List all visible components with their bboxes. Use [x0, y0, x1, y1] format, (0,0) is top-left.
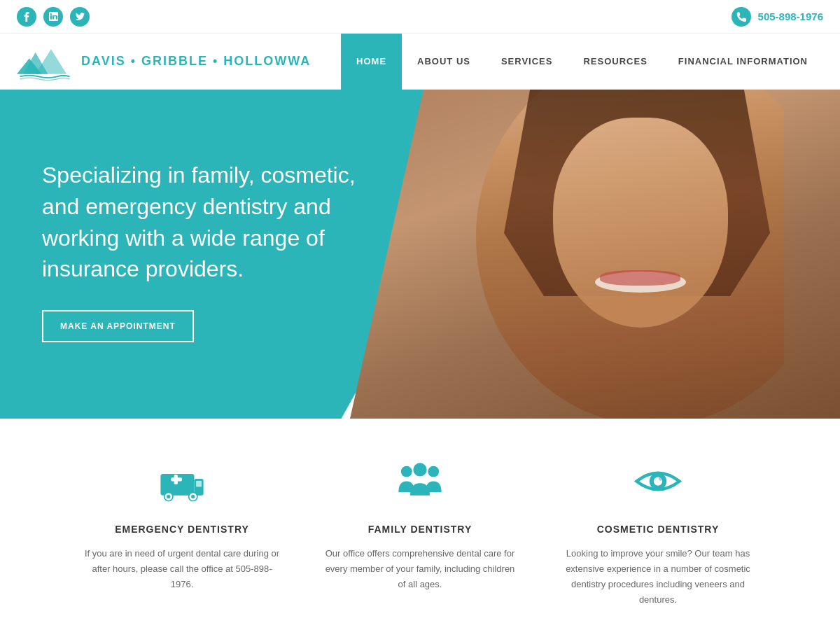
svg-point-13 — [428, 466, 439, 477]
svg-point-17 — [659, 477, 662, 480]
cosmetic-dentistry-card: COSMETIC DENTISTRY Looking to improve yo… — [539, 461, 777, 608]
family-dentistry-card: FAMILY DENTISTRY Our office offers compr… — [301, 461, 539, 608]
services-section: EMERGENCY DENTISTRY If you are in need o… — [0, 419, 840, 630]
svg-point-12 — [401, 466, 412, 477]
svg-rect-10 — [174, 475, 178, 484]
emergency-dentistry-card: EMERGENCY DENTISTRY If you are in need o… — [63, 461, 301, 608]
phone-icon — [732, 7, 751, 27]
hero-tagline: Specializing in family, cosmetic, and em… — [42, 160, 378, 285]
phone-number: 505-898-1976 — [758, 10, 823, 22]
cosmetic-icon — [560, 461, 756, 510]
nav-services[interactable]: SERVICES — [486, 34, 568, 90]
appointment-button[interactable]: MAKE AN APPOINTMENT — [42, 310, 194, 342]
family-icon — [322, 461, 518, 510]
twitter-icon[interactable] — [70, 7, 90, 27]
nav-links: HOME ABOUT US SERVICES RESOURCES FINANCI… — [341, 34, 823, 89]
facebook-icon[interactable] — [17, 7, 36, 27]
nav-bar: DAVIS • GRIBBLE • HOLLOWWA HOME ABOUT US… — [0, 34, 840, 90]
nav-resources[interactable]: RESOURCES — [568, 34, 662, 90]
svg-point-6 — [167, 495, 170, 498]
top-bar: 505-898-1976 — [0, 0, 840, 34]
hero-portrait — [462, 90, 784, 419]
family-desc: Our office offers comprehensive dental c… — [322, 546, 518, 592]
emergency-desc: If you are in need of urgent dental care… — [84, 546, 280, 592]
nav-about[interactable]: ABOUT US — [402, 34, 486, 90]
logo-svg — [17, 41, 73, 83]
nav-home[interactable]: HOME — [341, 34, 402, 90]
logo-text: DAVIS • GRIBBLE • HOLLOWWA — [81, 54, 311, 69]
cosmetic-title: COSMETIC DENTISTRY — [560, 524, 756, 535]
linkedin-icon[interactable] — [43, 7, 63, 27]
svg-point-8 — [191, 495, 195, 498]
hero-section: Specializing in family, cosmetic, and em… — [0, 90, 840, 419]
emergency-icon — [84, 461, 280, 510]
cosmetic-desc: Looking to improve your smile? Our team … — [560, 546, 756, 608]
family-title: FAMILY DENTISTRY — [322, 524, 518, 535]
logo-area: DAVIS • GRIBBLE • HOLLOWWA — [17, 41, 311, 83]
hero-content: Specializing in family, cosmetic, and em… — [42, 160, 378, 342]
svg-point-14 — [413, 463, 426, 476]
phone-area: 505-898-1976 — [732, 7, 823, 27]
emergency-title: EMERGENCY DENTISTRY — [84, 524, 280, 535]
svg-rect-11 — [196, 481, 202, 487]
nav-financial[interactable]: FINANCIAL INFORMATION — [663, 34, 823, 90]
social-icons — [17, 7, 90, 27]
